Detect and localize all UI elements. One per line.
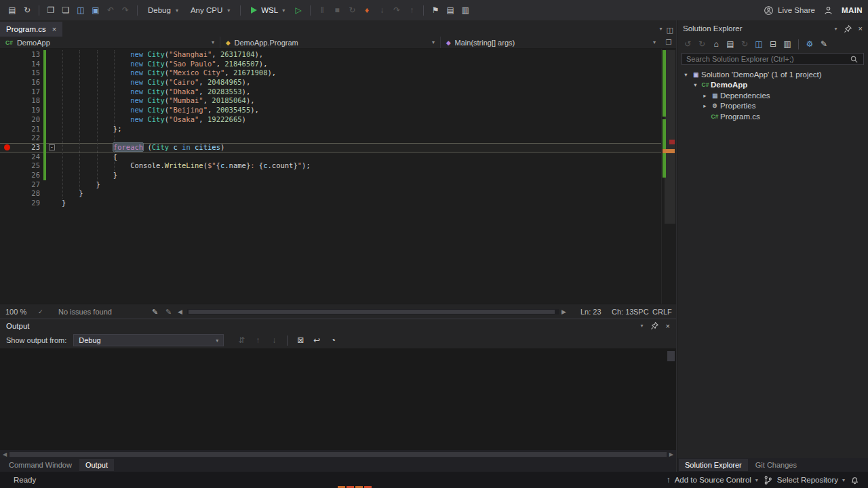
output-hscrollbar[interactable]: ◀ ▶	[0, 450, 676, 458]
code-line-14[interactable]: 14 new City("Sao Paulo", 21846507),	[0, 60, 661, 69]
hscroll-left-arrow[interactable]: ◀	[178, 304, 182, 319]
code-line-25[interactable]: 25 Console.WriteLine($"{c.name}: {c.coun…	[0, 161, 661, 171]
window-layout-icon[interactable]: ▤	[5, 3, 19, 17]
bookmark-icon[interactable]: ⚑	[429, 3, 442, 17]
tab-list-chevron-icon[interactable]: ▾	[660, 26, 663, 35]
panel-tab-solution-explorer[interactable]: Solution Explorer	[679, 459, 748, 471]
line-ending-indicator[interactable]: CRLF	[652, 304, 672, 319]
panel-tab-output[interactable]: Output	[79, 459, 114, 471]
code-text[interactable]: }	[58, 199, 66, 208]
branch-name-badge[interactable]: MAIN	[842, 6, 863, 14]
code-line-29[interactable]: 29}	[0, 199, 661, 208]
close-icon[interactable]: ×	[666, 322, 670, 330]
properties-icon[interactable]: ⚙	[803, 37, 816, 51]
code-line-20[interactable]: 20 new City("Osaka", 19222665)	[0, 115, 661, 125]
add-to-source-control-button[interactable]: ↑ Add to Source Control ▾	[667, 476, 758, 484]
document-health-icon[interactable]: ✓	[38, 304, 43, 319]
select-repository-button[interactable]: Select Repository ▾	[763, 475, 845, 485]
code-line-13[interactable]: 13 new City("Shanghai", 26317104),	[0, 50, 661, 60]
code-line-27[interactable]: 27 }	[0, 180, 661, 190]
code-line-24[interactable]: 24 {	[0, 152, 661, 162]
live-share-button[interactable]: Live Share	[764, 5, 815, 16]
output-source-dropdown[interactable]: Debug ▾	[73, 334, 224, 346]
tree-item-properties[interactable]: ▸⚙Properties	[677, 101, 868, 112]
close-icon[interactable]: ×	[52, 25, 56, 33]
platform-dropdown[interactable]: Any CPU ▾	[185, 4, 235, 16]
breakpoint-margin[interactable]	[0, 144, 14, 150]
output-vscroll-thumb[interactable]	[667, 351, 675, 361]
refresh-icon[interactable]: ↻	[20, 3, 34, 17]
expand-chevron-icon[interactable]: ▾	[682, 71, 690, 78]
track-changes-alt-icon[interactable]: ✎	[165, 304, 172, 319]
code-line-18[interactable]: 18 new City("Mumbai", 20185064),	[0, 96, 661, 106]
solution-search-input[interactable]: Search Solution Explorer (Ctrl+;)	[682, 53, 864, 65]
horizontal-scrollbar[interactable]	[187, 309, 559, 314]
overview-ruler-scrollbar[interactable]	[661, 49, 676, 304]
task-list-icon[interactable]: ▤	[443, 3, 457, 17]
autoscroll-icon[interactable]: ◔	[326, 333, 340, 347]
document-outline-icon[interactable]: ❐	[661, 37, 676, 48]
code-text[interactable]: new City("Beijing", 20035455),	[58, 106, 259, 115]
panel-tab-command-window[interactable]: Command Window	[3, 459, 78, 471]
new-file-icon[interactable]: ❐	[44, 3, 58, 17]
debug-configuration-dropdown[interactable]: Debug ▾	[142, 4, 184, 16]
code-text[interactable]: new City("Shanghai", 26317104),	[58, 50, 263, 60]
tree-item-program-cs[interactable]: C#Program.cs	[677, 111, 868, 122]
code-line-16[interactable]: 16 new City("Cairo", 20484965),	[0, 78, 661, 87]
hscroll-thumb[interactable]	[189, 310, 555, 314]
tree-item-dependencies[interactable]: ▸▦Dependencies	[677, 90, 868, 101]
code-line-28[interactable]: 28 }	[0, 189, 661, 199]
code-line-15[interactable]: 15 new City("Mexico City", 21671908),	[0, 68, 661, 78]
split-window-icon[interactable]: ◫	[667, 26, 673, 35]
output-content[interactable]	[0, 348, 676, 450]
output-hscroll-left-arrow[interactable]: ◀	[3, 451, 7, 458]
code-text[interactable]: Console.WriteLine($"{c.name}: {c.count}"…	[58, 161, 311, 171]
show-all-files-icon[interactable]: ▥	[781, 37, 794, 51]
window-position-chevron-icon[interactable]: ▾	[641, 323, 644, 329]
code-line-23[interactable]: 23- foreach (City c in cities)	[0, 143, 661, 152]
member-dropdown[interactable]: ◆ Main(string[] args) ▾	[441, 37, 661, 48]
expand-chevron-icon[interactable]: ▸	[701, 102, 709, 109]
code-text[interactable]: };	[58, 125, 122, 134]
word-wrap-icon[interactable]: ↩	[310, 333, 323, 347]
line-indicator[interactable]: Ln: 23	[580, 304, 601, 319]
code-line-17[interactable]: 17 new City("Dhaka", 20283553),	[0, 87, 661, 97]
clear-all-icon[interactable]: ⊠	[294, 333, 307, 347]
type-dropdown[interactable]: ◆ DemoApp.Program ▾	[220, 37, 441, 48]
code-text[interactable]: }	[58, 171, 117, 180]
spaces-indicator[interactable]: SPC	[633, 304, 649, 319]
output-hscroll-right-arrow[interactable]: ▶	[669, 451, 673, 458]
code-line-22[interactable]: 22	[0, 134, 661, 143]
panel-tab-git-changes[interactable]: Git Changes	[749, 459, 803, 471]
close-icon[interactable]: ×	[859, 24, 863, 33]
switch-views-icon[interactable]: ▤	[724, 37, 737, 51]
code-line-26[interactable]: 26 }	[0, 171, 661, 180]
start-without-debugging-button[interactable]: ▷	[292, 3, 305, 17]
code-text[interactable]: new City("Osaka", 19222665)	[58, 115, 246, 125]
code-text[interactable]: new City("Mumbai", 20185064),	[58, 96, 255, 106]
zoom-control[interactable]: 100 %	[5, 304, 26, 319]
pin-icon[interactable]	[843, 24, 853, 34]
hot-reload-icon[interactable]: ♦	[360, 3, 374, 17]
code-text[interactable]: {	[58, 152, 117, 162]
track-changes-icon[interactable]: ✎	[152, 304, 158, 319]
sync-active-doc-icon[interactable]: ◫	[752, 37, 766, 51]
window-position-chevron-icon[interactable]: ▾	[835, 26, 837, 32]
code-text[interactable]: new City("Mexico City", 21671908),	[58, 68, 276, 78]
save-all-icon[interactable]: ▣	[89, 3, 102, 17]
tree-item-demoapp[interactable]: ▾C#DemoApp	[677, 80, 868, 91]
save-icon[interactable]: ◫	[74, 3, 87, 17]
code-editor[interactable]: 13 new City("Shanghai", 26317104),14 new…	[0, 49, 676, 304]
code-text[interactable]: }	[58, 189, 83, 199]
collapse-region-icon[interactable]: -	[49, 144, 55, 150]
health-status-text[interactable]: No issues found	[58, 304, 112, 319]
code-text[interactable]: new City("Cairo", 20484965),	[58, 78, 250, 87]
pin-icon[interactable]	[650, 321, 660, 331]
code-line-21[interactable]: 21 };	[0, 125, 661, 134]
code-text[interactable]: new City("Sao Paulo", 21846507),	[58, 60, 268, 69]
hscroll-right-arrow[interactable]: ▶	[561, 304, 566, 319]
output-hscroll-thumb[interactable]	[9, 452, 667, 457]
outlining-margin[interactable]: -	[46, 144, 58, 150]
scrollbar-thumb[interactable]	[665, 50, 675, 224]
project-dropdown[interactable]: C# DemoApp ▾	[0, 37, 220, 48]
